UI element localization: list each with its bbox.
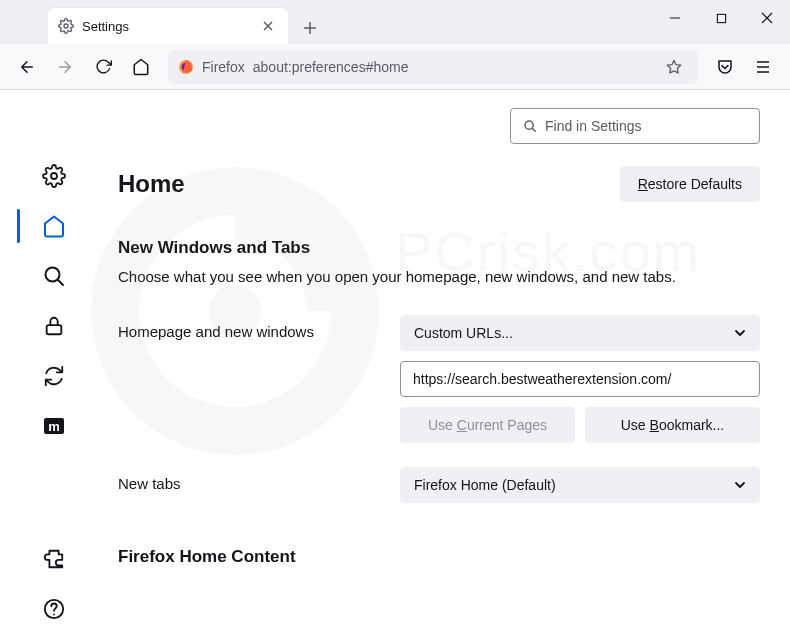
section-heading: New Windows and Tabs: [118, 238, 760, 258]
sidebar-sync[interactable]: [40, 362, 68, 390]
search-placeholder: Find in Settings: [545, 118, 642, 134]
minimize-button[interactable]: [652, 0, 698, 36]
page-title: Home: [118, 170, 185, 198]
svg-marker-4: [667, 60, 680, 73]
url-bar[interactable]: Firefox about:preferences#home: [168, 50, 698, 84]
homepage-url-input[interactable]: [400, 361, 760, 397]
window-titlebar: Settings: [0, 0, 790, 44]
homepage-mode-select[interactable]: Custom URLs...: [400, 315, 760, 351]
chevron-down-icon: [734, 327, 746, 339]
settings-main: Find in Settings Home Restore Defaults N…: [108, 90, 790, 641]
firefox-icon: [178, 59, 194, 75]
section-heading: Firefox Home Content: [118, 547, 760, 567]
svg-point-0: [64, 24, 68, 28]
use-bookmark-button[interactable]: Use Bookmark...: [585, 407, 760, 443]
homepage-label: Homepage and new windows: [118, 315, 400, 340]
url-path: about:preferences#home: [253, 59, 652, 75]
svg-point-5: [51, 173, 57, 179]
select-value: Firefox Home (Default): [414, 477, 556, 493]
sidebar-extensions[interactable]: [40, 545, 68, 573]
navigation-toolbar: Firefox about:preferences#home: [0, 44, 790, 90]
back-button[interactable]: [10, 50, 44, 84]
forward-button[interactable]: [48, 50, 82, 84]
sidebar-home[interactable]: [40, 212, 68, 240]
chevron-down-icon: [734, 479, 746, 491]
app-menu-button[interactable]: [746, 50, 780, 84]
sidebar-general[interactable]: [40, 162, 68, 190]
window-controls: [652, 0, 790, 44]
new-tab-button[interactable]: [294, 12, 326, 44]
sidebar-help[interactable]: [40, 595, 68, 623]
svg-rect-1: [717, 14, 725, 22]
browser-tab[interactable]: Settings: [48, 8, 288, 44]
bookmark-star-button[interactable]: [660, 53, 688, 81]
sidebar-more[interactable]: m: [40, 412, 68, 440]
close-window-button[interactable]: [744, 0, 790, 36]
select-value: Custom URLs...: [414, 325, 513, 341]
sidebar-privacy[interactable]: [40, 312, 68, 340]
home-button[interactable]: [124, 50, 158, 84]
svg-text:m: m: [48, 419, 60, 434]
settings-search-input[interactable]: Find in Settings: [510, 108, 760, 144]
section-description: Choose what you see when you open your h…: [118, 268, 760, 285]
reload-button[interactable]: [86, 50, 120, 84]
svg-rect-7: [47, 325, 62, 334]
restore-defaults-button[interactable]: Restore Defaults: [620, 166, 760, 202]
maximize-button[interactable]: [698, 0, 744, 36]
newtabs-label: New tabs: [118, 467, 400, 492]
use-current-pages-button[interactable]: Use Current Pages: [400, 407, 575, 443]
newtabs-mode-select[interactable]: Firefox Home (Default): [400, 467, 760, 503]
tab-title: Settings: [82, 19, 258, 34]
sidebar-search[interactable]: [40, 262, 68, 290]
settings-sidebar: m: [0, 90, 108, 641]
pocket-button[interactable]: [708, 50, 742, 84]
gear-icon: [58, 18, 74, 34]
content-area: m Find in Settings Home Restore Defaults…: [0, 90, 790, 641]
url-context: Firefox: [202, 59, 245, 75]
tab-close-button[interactable]: [258, 16, 278, 36]
